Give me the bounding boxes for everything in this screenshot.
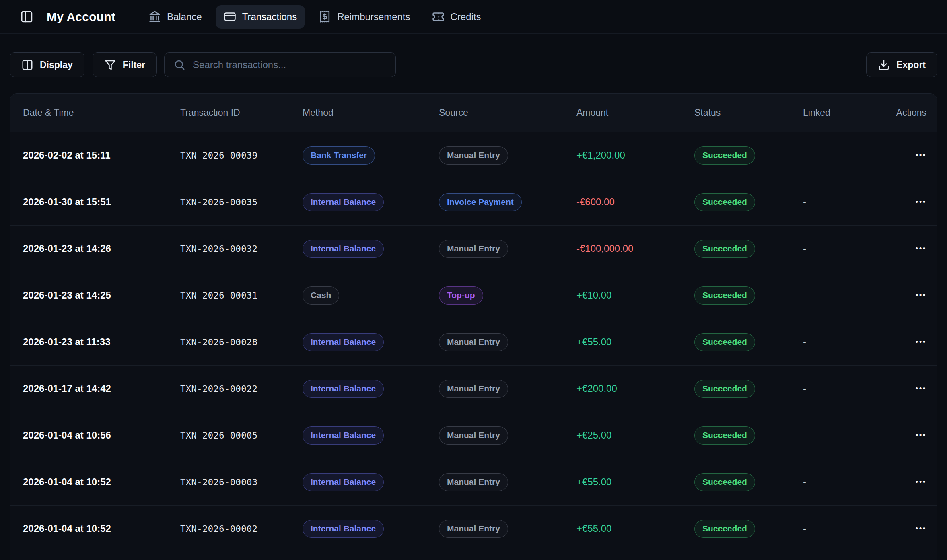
transaction-id-value: TXN-2026-00032 [180, 244, 257, 254]
transaction-id-value: TXN-2026-00031 [180, 290, 257, 301]
method-badge: Internal Balance [303, 426, 384, 445]
source-badge: Manual Entry [439, 146, 508, 165]
table-toolbar: Display Filter Export [0, 52, 947, 77]
method-badge: Internal Balance [303, 380, 384, 398]
top-nav: My Account Balance Transactions [0, 0, 947, 34]
source-badge: Manual Entry [439, 520, 508, 538]
column-header-amount: Amount [576, 94, 694, 132]
status-badge: Succeeded [694, 146, 755, 165]
tab-label: Reimbursements [337, 11, 410, 23]
search-input[interactable] [193, 59, 387, 70]
method-badge: Bank Transfer [303, 146, 375, 165]
status-badge: Succeeded [694, 333, 755, 351]
transactions-table-card: Date & Time Transaction ID Method Source… [10, 93, 937, 560]
datetime-value: 2026-01-30 at 15:51 [23, 196, 111, 207]
tab-transactions[interactable]: Transactions [216, 5, 305, 29]
search-icon [173, 59, 185, 71]
source-badge: Manual Entry [439, 380, 508, 398]
filter-button-label: Filter [123, 60, 145, 70]
amount-value: +€55.00 [576, 476, 611, 487]
search-box [164, 52, 396, 77]
tab-balance[interactable]: Balance [140, 5, 210, 29]
row-actions-menu-button[interactable]: ••• [912, 194, 926, 210]
amount-value: +€200.00 [576, 383, 617, 394]
tab-reimbursements[interactable]: Reimbursements [311, 5, 418, 29]
sidebar-toggle-button[interactable] [18, 8, 35, 26]
row-actions-menu-button[interactable]: ••• [912, 428, 926, 443]
funnel-icon [104, 59, 116, 71]
amount-value: +€55.00 [576, 336, 611, 347]
bank-icon [148, 10, 161, 23]
display-button[interactable]: Display [10, 52, 84, 77]
datetime-value: 2026-01-23 at 14:25 [23, 290, 111, 301]
row-actions-menu-button[interactable]: ••• [912, 474, 926, 490]
source-badge: Manual Entry [439, 333, 508, 351]
datetime-value: 2026-02-02 at 15:11 [23, 150, 111, 161]
transaction-id-value: TXN-2026-00002 [180, 524, 257, 534]
datetime-value: 2026-01-04 at 10:56 [23, 430, 111, 441]
row-actions-menu-button[interactable]: ••• [912, 521, 926, 536]
table-row: 2026-01-04 at 10:56 TXN-2026-00005 Inter… [10, 412, 937, 459]
transaction-id-value: TXN-2026-00003 [180, 477, 257, 487]
column-header-transaction-id: Transaction ID [180, 94, 303, 132]
amount-value: +€1,200.00 [576, 150, 625, 161]
status-badge: Succeeded [694, 240, 755, 258]
table-row: 2026-01-04 at 10:52 TXN-2026-00002 Inter… [10, 505, 937, 552]
column-header-status: Status [694, 94, 803, 132]
table-row: 2026-02-02 at 15:11 TXN-2026-00039 Bank … [10, 132, 937, 179]
method-badge: Internal Balance [303, 193, 384, 211]
source-badge: Manual Entry [439, 473, 508, 491]
column-header-date-time: Date & Time [10, 94, 180, 132]
account-tabs: Balance Transactions Reimbursements [140, 5, 489, 29]
row-actions-menu-button[interactable]: ••• [912, 334, 926, 350]
amount-value: +€25.00 [576, 430, 611, 441]
panel-left-icon [20, 10, 33, 23]
transactions-table: Date & Time Transaction ID Method Source… [10, 94, 937, 560]
ticket-icon [432, 10, 445, 23]
amount-value: -€600.00 [576, 196, 615, 207]
linked-value: - [803, 336, 806, 347]
receipt-dollar-icon [319, 10, 331, 23]
linked-value: - [803, 243, 806, 254]
source-badge: Manual Entry [439, 426, 508, 445]
status-badge: Succeeded [694, 520, 755, 538]
status-badge: Succeeded [694, 380, 755, 398]
tab-label: Credits [451, 11, 481, 23]
transaction-id-value: TXN-2026-00039 [180, 150, 257, 161]
linked-value: - [803, 383, 806, 394]
row-actions-menu-button[interactable]: ••• [912, 381, 926, 396]
page-title: My Account [47, 10, 115, 24]
row-actions-menu-button[interactable]: ••• [912, 148, 926, 163]
table-row: 2026-01-04 at 10:52 TXN-2026-00003 Inter… [10, 459, 937, 505]
tab-label: Balance [167, 11, 202, 23]
linked-value: - [803, 150, 806, 161]
linked-value: - [803, 523, 806, 534]
method-badge: Internal Balance [303, 240, 384, 258]
tab-credits[interactable]: Credits [424, 5, 489, 29]
method-badge: Internal Balance [303, 333, 384, 351]
transaction-id-value: TXN-2026-00028 [180, 337, 257, 347]
linked-value: - [803, 290, 806, 301]
column-header-actions: Actions [875, 94, 937, 132]
credit-card-icon [224, 10, 236, 23]
linked-value: - [803, 196, 806, 207]
transaction-id-value: TXN-2026-00035 [180, 197, 257, 207]
datetime-value: 2026-01-23 at 11:33 [23, 336, 111, 347]
download-icon [878, 59, 890, 71]
filter-button[interactable]: Filter [93, 52, 157, 77]
linked-value: - [803, 430, 806, 441]
status-badge: Succeeded [694, 193, 755, 211]
table-row-clipped [10, 552, 937, 560]
amount-value: -€100,000.00 [576, 243, 633, 254]
method-badge: Cash [303, 286, 339, 305]
row-actions-menu-button[interactable]: ••• [912, 288, 926, 303]
table-row: 2026-01-17 at 14:42 TXN-2026-00022 Inter… [10, 365, 937, 412]
column-header-method: Method [303, 94, 439, 132]
status-badge: Succeeded [694, 426, 755, 445]
table-row: 2026-01-30 at 15:51 TXN-2026-00035 Inter… [10, 179, 937, 225]
datetime-value: 2026-01-23 at 14:26 [23, 243, 111, 254]
display-button-label: Display [40, 60, 73, 70]
row-actions-menu-button[interactable]: ••• [912, 241, 926, 256]
export-button[interactable]: Export [866, 52, 937, 77]
status-badge: Succeeded [694, 473, 755, 491]
